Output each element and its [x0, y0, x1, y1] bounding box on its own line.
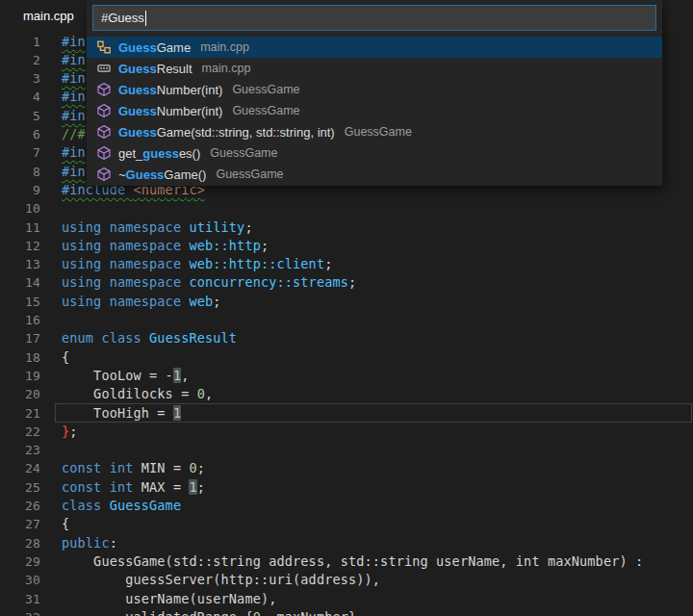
- line-number[interactable]: 17: [0, 329, 40, 347]
- line-number[interactable]: 19: [0, 367, 40, 385]
- line-number[interactable]: 11: [0, 218, 40, 237]
- code-text: #in: [62, 51, 86, 69]
- quickopen-item[interactable]: GuessGamemain.cpp: [87, 37, 662, 58]
- code-text: //#: [62, 125, 86, 143]
- code-line[interactable]: 27{: [0, 515, 693, 533]
- line-number[interactable]: 12: [0, 237, 40, 255]
- line-number[interactable]: 29: [0, 552, 40, 571]
- code-line[interactable]: 18{: [0, 348, 693, 367]
- code-line[interactable]: 24const int MIN = 0;: [0, 459, 693, 477]
- code-line[interactable]: 15using namespace web;: [0, 293, 693, 311]
- code-text: public:: [62, 534, 117, 552]
- code-line[interactable]: 25const int MAX = 1;: [0, 478, 693, 497]
- line-number[interactable]: 22: [0, 423, 40, 441]
- line-number[interactable]: 16: [0, 311, 40, 329]
- symbol-location: GuessGame: [210, 146, 277, 160]
- line-number[interactable]: 8: [0, 163, 40, 181]
- quick-open-widget: #Guess GuessGamemain.cpp GuessResultmain…: [87, 0, 662, 186]
- code-token: [101, 460, 109, 475]
- line-number[interactable]: 1: [0, 33, 40, 51]
- line-number[interactable]: 25: [0, 478, 40, 497]
- code-token: ;: [244, 219, 252, 235]
- line-number[interactable]: 6: [0, 125, 40, 143]
- line-number[interactable]: 5: [0, 107, 40, 125]
- code-token: ;: [324, 256, 332, 271]
- code-line[interactable]: 16: [0, 311, 693, 329]
- line-number[interactable]: 7: [0, 143, 40, 162]
- code-line[interactable]: 23: [0, 441, 693, 459]
- code-line[interactable]: 29 GuessGame(std::string address, std::s…: [0, 552, 693, 571]
- code-token: //#: [62, 126, 86, 141]
- code-line[interactable]: 28public:: [0, 534, 693, 552]
- line-number[interactable]: 18: [0, 348, 40, 367]
- code-token: const: [62, 479, 101, 495]
- quickopen-item[interactable]: GuessGame(std::string, std::string, int)…: [87, 121, 662, 142]
- code-text: {: [62, 515, 69, 533]
- code-line[interactable]: 22};: [0, 423, 693, 441]
- quickopen-item[interactable]: GuessNumber(int)GuessGame: [87, 100, 662, 121]
- line-number[interactable]: 21: [0, 404, 40, 423]
- symbol-name: ~GuessGame(): [118, 167, 206, 182]
- code-token: 1: [189, 479, 196, 495]
- code-token: using: [62, 219, 101, 235]
- code-text: const int MIN = 0;: [62, 459, 205, 477]
- code-text: using namespace web;: [62, 293, 221, 311]
- code-text: userName(userName),: [62, 590, 277, 608]
- quickopen-item[interactable]: GuessNumber(int)GuessGame: [87, 79, 662, 100]
- symbol-method-icon: [96, 82, 112, 97]
- line-number[interactable]: 13: [0, 255, 40, 273]
- code-line[interactable]: 19 TooLow = -1,: [0, 367, 693, 385]
- code-token: class: [62, 498, 101, 513]
- code-line[interactable]: 14using namespace concurrency::streams;: [0, 273, 693, 292]
- line-number[interactable]: 10: [0, 199, 40, 218]
- line-number[interactable]: 28: [0, 534, 40, 552]
- quickopen-item[interactable]: ~GuessGame()GuessGame: [87, 164, 662, 185]
- code-token: 1: [173, 368, 181, 383]
- line-number[interactable]: 3: [0, 69, 40, 88]
- quickopen-item[interactable]: get_guesses()GuessGame: [87, 142, 662, 164]
- code-line[interactable]: 20 Goldilocks = 0,: [0, 385, 693, 403]
- code-token: ;: [261, 238, 269, 253]
- line-number[interactable]: 2: [0, 51, 40, 69]
- code-text: using namespace web::http::client;: [62, 255, 332, 273]
- line-number[interactable]: 31: [0, 590, 40, 608]
- line-number[interactable]: 4: [0, 88, 40, 106]
- line-number[interactable]: 32: [0, 608, 40, 616]
- code-line[interactable]: 21 TooHigh = 1: [0, 404, 693, 423]
- quickopen-item[interactable]: GuessResultmain.cpp: [87, 58, 662, 79]
- line-number[interactable]: 30: [0, 571, 40, 589]
- code-line[interactable]: 26class GuessGame: [0, 497, 693, 515]
- line-number[interactable]: 15: [0, 293, 40, 311]
- code-token: 0: [253, 609, 261, 616]
- code-token: [101, 479, 109, 495]
- code-text: using namespace concurrency::streams;: [62, 273, 356, 292]
- code-text: GuessGame(std::string address, std::stri…: [62, 552, 643, 571]
- code-line[interactable]: 17enum class GuessResult: [0, 329, 693, 347]
- code-token: ;: [348, 274, 356, 290]
- line-number[interactable]: 9: [0, 181, 40, 199]
- code-line[interactable]: 10: [0, 199, 693, 218]
- code-token: {: [62, 516, 69, 531]
- code-token: :: [110, 535, 117, 551]
- code-line[interactable]: 31 userName(userName),: [0, 590, 693, 608]
- code-token: class: [101, 330, 141, 346]
- code-token: GuessResult: [149, 330, 237, 346]
- symbol-name: GuessGame(std::string, std::string, int): [118, 125, 335, 140]
- line-number[interactable]: 27: [0, 515, 40, 533]
- code-line[interactable]: 11using namespace utility;: [0, 218, 693, 237]
- symbol-method-icon: [96, 145, 112, 161]
- code-token: [101, 498, 109, 513]
- line-number[interactable]: 24: [0, 459, 40, 477]
- symbol-location: GuessGame: [232, 104, 299, 117]
- line-number[interactable]: 23: [0, 441, 40, 459]
- line-number[interactable]: 20: [0, 385, 40, 403]
- quick-open-input[interactable]: #Guess: [92, 5, 656, 31]
- code-text: #in: [62, 163, 86, 181]
- code-line[interactable]: 12using namespace web::http;: [0, 237, 693, 255]
- line-number[interactable]: 26: [0, 497, 40, 515]
- line-number[interactable]: 14: [0, 273, 40, 292]
- code-line[interactable]: 32 validatedRange {0, maxNumber}: [0, 608, 693, 616]
- code-line[interactable]: 30 guessServer(http::uri(address)),: [0, 571, 693, 589]
- code-line[interactable]: 13using namespace web::http::client;: [0, 255, 693, 273]
- symbol-name: GuessNumber(int): [118, 83, 222, 97]
